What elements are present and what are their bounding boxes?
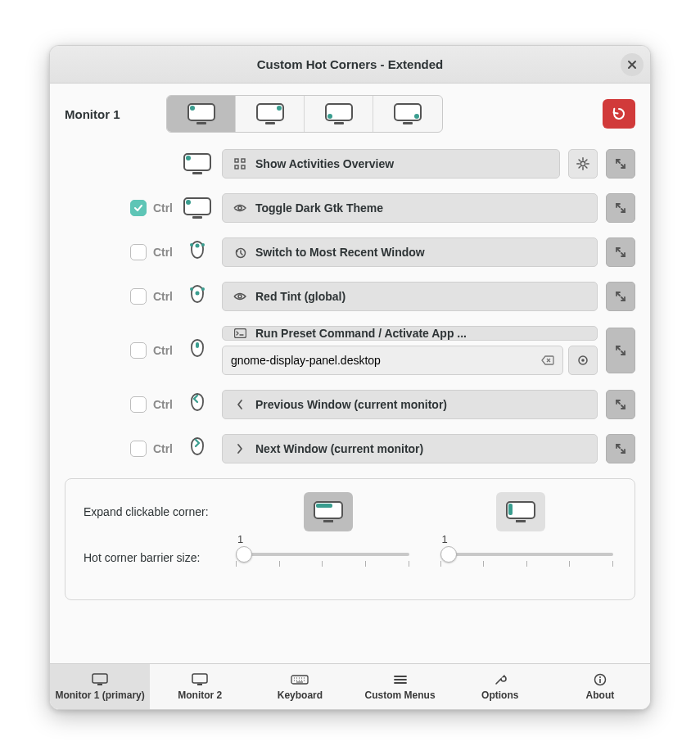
tab-label: Monitor 2: [178, 689, 222, 701]
menu-icon: [394, 672, 407, 687]
fullscreen-button[interactable]: [606, 193, 635, 223]
expand-corner-label: Expand clickable corner:: [84, 505, 215, 518]
tab-monitor-2[interactable]: Monitor 2: [150, 664, 250, 709]
tab-label: Custom Menus: [365, 689, 436, 701]
expand-vertical-button[interactable]: [496, 492, 545, 531]
fullscreen-button[interactable]: [606, 328, 635, 373]
svg-point-4: [327, 114, 332, 119]
svg-point-19: [190, 287, 193, 291]
svg-rect-8: [242, 159, 245, 162]
tab-monitor-1[interactable]: Monitor 1 (primary): [50, 664, 150, 709]
command-input-wrapper: [222, 346, 563, 375]
monitor-expand-h-icon: [312, 499, 345, 525]
tab-keyboard[interactable]: Keyboard: [250, 664, 350, 709]
action-row: Show Activities Overview: [65, 149, 635, 179]
fullscreen-button[interactable]: [606, 149, 635, 179]
action-label: Run Preset Command / Activate App ...: [255, 327, 467, 340]
corner-tab-top-right[interactable]: [236, 96, 305, 132]
svg-rect-23: [234, 329, 246, 338]
command-input[interactable]: [231, 354, 541, 367]
close-button[interactable]: [621, 53, 644, 76]
tab-about[interactable]: About: [550, 664, 650, 709]
gesture-icon-scroll-down: [181, 284, 214, 309]
mouse-scroll-right-icon: [185, 436, 210, 461]
action-picker[interactable]: Previous Window (current monitor): [222, 390, 598, 419]
fullscreen-button[interactable]: [606, 434, 635, 463]
action-label: Previous Window (current monitor): [255, 398, 447, 411]
svg-point-18: [196, 292, 200, 296]
action-picker[interactable]: Switch to Most Recent Window: [222, 237, 598, 267]
gesture-icon-ctrl-hover: [181, 196, 214, 220]
tab-label: Options: [481, 689, 518, 701]
ctrl-checkbox[interactable]: [130, 200, 147, 216]
fullscreen-button[interactable]: [606, 237, 635, 267]
expand-icon: [614, 246, 627, 259]
action-picker[interactable]: Next Window (current monitor): [222, 434, 598, 463]
window-title: Custom Hot Corners - Extended: [257, 57, 444, 71]
action-settings-button[interactable]: [568, 149, 598, 179]
ctrl-checkbox[interactable]: [130, 441, 147, 457]
svg-point-38: [599, 676, 601, 678]
action-picker[interactable]: Toggle Dark Gtk Theme: [222, 193, 598, 223]
expand-horizontal-button[interactable]: [304, 492, 353, 531]
ctrl-checkbox[interactable]: [130, 396, 147, 413]
slider-value: 1: [237, 533, 243, 545]
barrier-slider-h[interactable]: 1: [233, 548, 413, 567]
svg-rect-30: [516, 520, 526, 522]
ctrl-checkbox[interactable]: [130, 244, 147, 260]
action-picker[interactable]: Show Activities Overview: [222, 149, 560, 179]
monitor-corner-tl-icon: [187, 102, 216, 126]
backspace-icon: [541, 355, 554, 365]
svg-rect-35: [197, 684, 202, 685]
mouse-middle-icon: [185, 338, 210, 363]
history-icon: [233, 246, 247, 259]
action-row: Ctrl Toggle Dark Gtk Theme: [65, 193, 635, 223]
corner-tab-bottom-right[interactable]: [373, 96, 442, 132]
action-row: Ctrl Run Preset Command / Activate App .…: [65, 326, 635, 375]
expand-icon: [614, 290, 627, 303]
svg-point-21: [238, 295, 242, 298]
svg-rect-22: [196, 342, 199, 348]
tab-label: Keyboard: [278, 689, 323, 701]
monitor-icon: [92, 672, 108, 687]
clear-input-button[interactable]: [541, 355, 554, 365]
close-icon: [627, 60, 637, 70]
ctrl-checkbox[interactable]: [130, 288, 147, 305]
corner-settings-panel: Expand clickable corner: Hot corner barr…: [65, 478, 635, 600]
expand-icon: [614, 157, 627, 170]
pick-app-button[interactable]: [568, 346, 598, 375]
ctrl-checkbox[interactable]: [130, 342, 147, 359]
svg-point-20: [201, 287, 205, 291]
action-picker[interactable]: Red Tint (global): [222, 282, 598, 311]
gesture-icon-scroll-left: [181, 392, 214, 417]
svg-rect-7: [235, 159, 238, 162]
target-icon: [576, 354, 589, 367]
corner-selector: [166, 95, 443, 133]
svg-rect-27: [323, 520, 333, 522]
barrier-slider-v[interactable]: 1: [437, 548, 617, 567]
action-row: Ctrl Switch to Most Recent Window: [65, 237, 635, 267]
reset-button[interactable]: [603, 99, 635, 129]
gesture-icon-hover: [181, 151, 214, 176]
action-label: Toggle Dark Gtk Theme: [255, 201, 383, 215]
fullscreen-button[interactable]: [606, 390, 635, 419]
tab-options[interactable]: Options: [450, 664, 550, 709]
top-row: Monitor 1: [65, 95, 635, 133]
ctrl-label: Ctrl: [153, 344, 173, 357]
action-picker[interactable]: Run Preset Command / Activate App ...: [222, 326, 598, 341]
svg-rect-39: [599, 679, 601, 683]
corner-tab-bottom-left[interactable]: [305, 96, 373, 132]
eye-icon: [233, 292, 247, 301]
chevron-right-icon: [233, 443, 247, 454]
mouse-scroll-up-icon: [185, 240, 210, 264]
svg-point-16: [201, 243, 205, 246]
settings-window: Custom Hot Corners - Extended Monitor 1: [49, 45, 651, 710]
fullscreen-button[interactable]: [606, 282, 635, 311]
action-label: Show Activities Overview: [255, 157, 394, 170]
corner-tab-top-left[interactable]: [167, 96, 236, 132]
expand-icon: [614, 442, 627, 455]
gear-icon: [576, 156, 590, 171]
monitor-tl-icon: [183, 196, 212, 220]
tab-custom-menus[interactable]: Custom Menus: [350, 664, 450, 709]
svg-rect-28: [316, 504, 332, 508]
